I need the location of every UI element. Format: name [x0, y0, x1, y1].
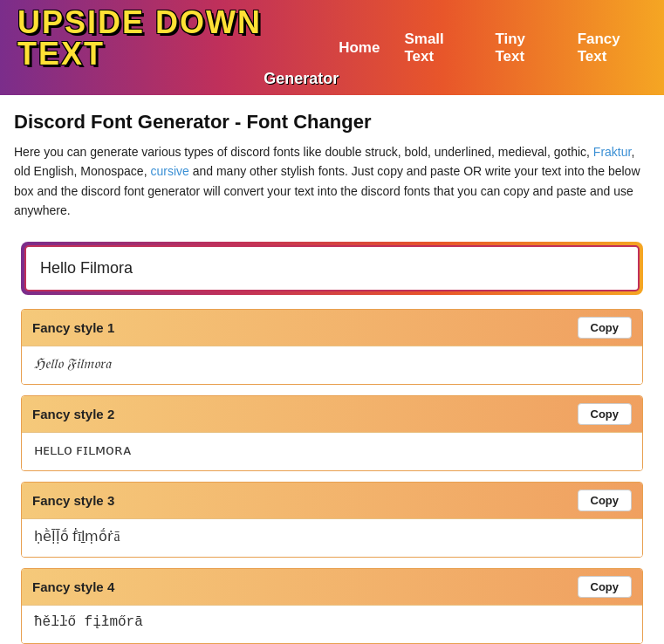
- style-label-1: Fancy style 1: [32, 320, 114, 335]
- style-header-1: Fancy style 1 Copy: [22, 310, 642, 346]
- style-header-2: Fancy style 2 Copy: [22, 396, 642, 432]
- style-output-2: ʜᴇʟʟᴏ ꜰɪʟᴍᴏʀᴀ: [22, 432, 642, 470]
- style-header-3: Fancy style 3 Copy: [22, 483, 642, 518]
- style-card-4: Fancy style 4 Copy ħěŀŀő fįłmőrā: [21, 568, 643, 644]
- copy-button-4[interactable]: Copy: [578, 576, 633, 598]
- desc-part1: Here you can generate various types of d…: [14, 145, 593, 159]
- style-card-3: Fancy style 3 Copy ḥḕḹḹṓ ḟīḻṃṓṙā: [21, 482, 643, 558]
- main-content: Discord Font Generator - Font Changer He…: [0, 95, 664, 644]
- main-text-input[interactable]: [24, 245, 640, 291]
- style-label-2: Fancy style 2: [32, 407, 114, 421]
- style-output-1: ℌ𝔢𝔩𝔩𝔬 𝔉𝔦𝔩𝔪𝔬𝔯𝔞: [22, 346, 642, 384]
- style-label-3: Fancy style 3: [32, 493, 114, 508]
- main-nav: Home Small Text Tiny Text Fancy Text: [339, 31, 647, 65]
- copy-button-2[interactable]: Copy: [578, 403, 633, 425]
- logo-sub-text: Generator: [264, 70, 339, 88]
- style-header-4: Fancy style 4 Copy: [22, 569, 642, 605]
- input-wrapper: [21, 242, 643, 295]
- copy-button-1[interactable]: Copy: [578, 317, 633, 339]
- logo: UPSIDE DOWN TEXT Generator: [17, 7, 339, 88]
- styles-container: Fancy style 1 Copy ℌ𝔢𝔩𝔩𝔬 𝔉𝔦𝔩𝔪𝔬𝔯𝔞 Fancy s…: [21, 309, 643, 644]
- site-header: UPSIDE DOWN TEXT Generator Home Small Te…: [0, 0, 664, 95]
- style-output-4: ħěŀŀő fįłmőrā: [22, 605, 642, 643]
- style-card-2: Fancy style 2 Copy ʜᴇʟʟᴏ ꜰɪʟᴍᴏʀᴀ: [21, 395, 643, 471]
- nav-tiny-text-link[interactable]: Tiny Text: [495, 31, 552, 65]
- style-label-4: Fancy style 4: [32, 579, 114, 594]
- logo-main-text: UPSIDE DOWN TEXT: [17, 7, 339, 70]
- style-card-1: Fancy style 1 Copy ℌ𝔢𝔩𝔩𝔬 𝔉𝔦𝔩𝔪𝔬𝔯𝔞: [21, 309, 643, 385]
- nav-home-link[interactable]: Home: [339, 39, 380, 57]
- copy-button-3[interactable]: Copy: [578, 490, 633, 511]
- nav-fancy-text-link[interactable]: Fancy Text: [578, 31, 647, 65]
- description-text: Here you can generate various types of d…: [14, 142, 650, 221]
- page-title: Discord Font Generator - Font Changer: [14, 111, 650, 134]
- cursive-link[interactable]: cursive: [150, 164, 188, 178]
- fraktur-link[interactable]: Fraktur: [593, 145, 632, 159]
- nav-small-text-link[interactable]: Small Text: [404, 31, 470, 65]
- style-output-3: ḥḕḹḹṓ ḟīḻṃṓṙā: [22, 518, 642, 557]
